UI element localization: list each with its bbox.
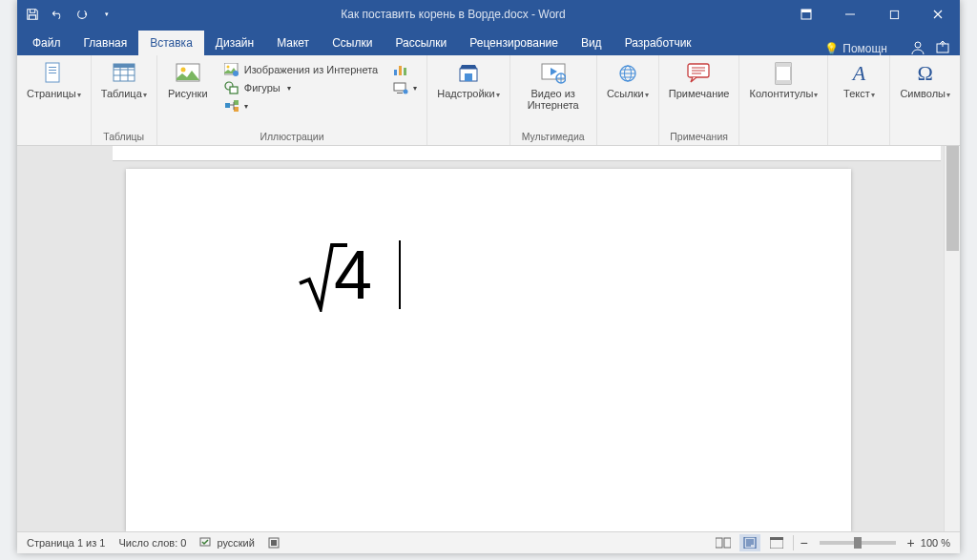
screenshot-button[interactable]: ▾ xyxy=(389,79,421,96)
svg-rect-41 xyxy=(716,538,722,548)
ribbon-display-options[interactable] xyxy=(784,0,828,29)
tab-home[interactable]: Главная xyxy=(73,31,139,55)
omega-icon: Ω xyxy=(913,61,938,86)
user-area xyxy=(901,40,960,55)
svg-point-16 xyxy=(233,71,239,76)
status-word-count[interactable]: Число слов: 0 xyxy=(118,537,186,549)
window-controls xyxy=(784,0,960,29)
account-icon[interactable] xyxy=(910,40,925,55)
horizontal-ruler[interactable] xyxy=(113,146,941,161)
group-symbols: Ω Символы xyxy=(890,55,960,145)
tab-mailings[interactable]: Рассылки xyxy=(384,31,458,55)
svg-rect-40 xyxy=(271,540,277,546)
zoom-slider-knob[interactable] xyxy=(854,537,862,549)
view-read-mode[interactable] xyxy=(713,534,734,551)
smartart-button[interactable]: ▾ xyxy=(220,97,382,114)
symbols-button[interactable]: Ω Символы xyxy=(896,59,954,103)
group-label xyxy=(467,129,469,145)
zoom-slider[interactable] xyxy=(820,541,896,545)
online-picture-icon xyxy=(224,62,239,77)
pages-button[interactable]: Страницы xyxy=(23,59,85,103)
ribbon-tabs: Файл Главная Вставка Дизайн Макет Ссылки… xyxy=(17,29,960,55)
comment-button[interactable]: Примечание xyxy=(665,59,734,101)
svg-rect-36 xyxy=(776,63,791,67)
svg-rect-23 xyxy=(399,66,402,75)
shapes-icon xyxy=(224,80,239,95)
svg-rect-43 xyxy=(744,537,756,549)
tab-layout[interactable]: Макет xyxy=(265,31,321,55)
zoom-level[interactable]: 100 % xyxy=(921,537,950,549)
window-title: Как поставить корень в Ворде.docx - Word xyxy=(122,8,784,21)
svg-rect-11 xyxy=(114,64,135,68)
group-addins: Надстройки xyxy=(427,55,509,145)
status-page[interactable]: Страница 1 из 1 xyxy=(27,537,105,549)
group-label-media: Мультимедиа xyxy=(522,129,585,145)
zoom-in-button[interactable]: + xyxy=(907,535,915,550)
store-icon xyxy=(456,61,481,86)
lightbulb-icon: 💡 xyxy=(824,42,839,55)
group-pages: Страницы xyxy=(17,55,92,145)
minimize-button[interactable] xyxy=(828,0,872,29)
svg-rect-24 xyxy=(404,68,406,75)
tab-file[interactable]: Файл xyxy=(21,31,73,55)
tab-developer[interactable]: Разработчик xyxy=(613,31,703,55)
group-label-illustrations: Иллюстрации xyxy=(260,129,323,145)
shapes-button[interactable]: Фигуры▾ xyxy=(220,79,382,96)
separator xyxy=(793,535,794,550)
page-icon xyxy=(41,61,66,86)
status-language[interactable]: русский xyxy=(199,537,254,549)
svg-rect-8 xyxy=(49,70,56,71)
scrollbar-thumb[interactable] xyxy=(946,146,959,251)
tab-design[interactable]: Дизайн xyxy=(204,31,265,55)
zoom-out-button[interactable]: − xyxy=(800,535,807,550)
view-print-layout[interactable] xyxy=(739,534,760,551)
svg-rect-2 xyxy=(801,10,811,12)
svg-rect-29 xyxy=(465,73,472,81)
group-text: A Текст xyxy=(828,55,890,145)
online-pictures-button[interactable]: Изображения из Интернета xyxy=(220,61,382,78)
header-footer-button[interactable]: Колонтитулы xyxy=(745,59,821,103)
undo-icon[interactable] xyxy=(50,7,65,22)
equation[interactable]: 4 xyxy=(298,236,401,314)
group-label xyxy=(782,129,785,145)
table-button[interactable]: Таблица xyxy=(97,59,151,103)
vertical-scrollbar[interactable] xyxy=(944,146,960,531)
share-icon[interactable] xyxy=(935,40,950,55)
tell-me-search[interactable]: 💡 Помощн xyxy=(817,42,895,55)
group-label xyxy=(858,129,861,145)
macro-icon xyxy=(268,537,280,549)
online-video-button[interactable]: Видео из Интернета xyxy=(516,59,591,113)
chart-icon xyxy=(393,62,408,77)
title-bar: ▾ Как поставить корень в Ворде.docx - Wo… xyxy=(17,0,960,29)
maximize-button[interactable] xyxy=(872,0,916,29)
qat-dropdown-icon[interactable]: ▾ xyxy=(99,7,114,22)
link-icon xyxy=(615,61,640,86)
links-button[interactable]: Ссылки xyxy=(603,59,653,103)
svg-point-15 xyxy=(226,66,229,69)
tab-view[interactable]: Вид xyxy=(570,31,613,55)
screenshot-icon xyxy=(393,80,408,95)
app-window: ▾ Как поставить корень в Ворде.docx - Wo… xyxy=(17,0,960,553)
group-label xyxy=(52,129,55,145)
picture-icon xyxy=(176,61,200,86)
spellcheck-icon xyxy=(199,537,213,549)
group-tables: Таблица Таблицы xyxy=(92,55,157,145)
pictures-button[interactable]: Рисунки xyxy=(163,59,213,101)
text-button[interactable]: A Текст xyxy=(834,59,883,103)
chart-button[interactable] xyxy=(389,61,421,78)
status-macro[interactable] xyxy=(268,537,280,549)
redo-icon[interactable] xyxy=(74,7,90,22)
tab-references[interactable]: Ссылки xyxy=(321,31,384,55)
page[interactable]: 4 xyxy=(126,169,851,531)
smartart-icon xyxy=(224,98,239,114)
tab-insert[interactable]: Вставка xyxy=(138,31,204,55)
addins-button[interactable]: Надстройки xyxy=(433,59,503,103)
tab-review[interactable]: Рецензирование xyxy=(458,31,570,55)
view-web-layout[interactable] xyxy=(766,534,787,551)
text-cursor xyxy=(399,240,401,309)
save-icon[interactable] xyxy=(25,7,40,22)
close-button[interactable] xyxy=(916,0,960,29)
svg-rect-45 xyxy=(770,537,783,540)
svg-rect-21 xyxy=(234,107,239,112)
group-comments: Примечание Примечания xyxy=(659,55,740,145)
